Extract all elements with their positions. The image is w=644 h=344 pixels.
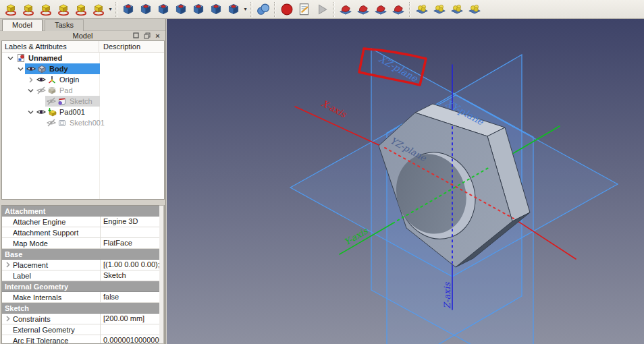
dropdown-caret-icon[interactable]: ▾ [107, 6, 113, 12]
pocket-button[interactable] [119, 1, 137, 18]
visibility-on-icon[interactable] [26, 64, 36, 74]
tree-item-pad[interactable]: Pad [2, 85, 164, 96]
panel-close-button[interactable]: × [154, 32, 161, 39]
property-section-sketch[interactable]: Sketch [2, 303, 164, 314]
property-row-arc-fit-tolerance[interactable]: Arc Fit Tolerance0.0000010000000000 [2, 335, 164, 344]
property-expander-icon[interactable] [2, 261, 13, 268]
subtractive-pipe-button[interactable] [190, 1, 207, 18]
macro-execute-button[interactable] [313, 1, 331, 18]
property-row-placement[interactable]: Placement[(1.00 0.00 0.00); 9... [2, 260, 164, 270]
additive-pipe-button[interactable] [55, 1, 72, 18]
additive-primitive-button[interactable] [90, 1, 107, 18]
subtractive-primitive-button[interactable] [225, 1, 242, 18]
visibility-on-icon[interactable] [36, 107, 46, 117]
property-row-label[interactable]: LabelSketch [2, 270, 164, 281]
property-row-external-geometry[interactable]: External Geometry [2, 324, 164, 335]
property-section-base[interactable]: Base [2, 249, 164, 260]
boolean-cut-button[interactable] [448, 1, 466, 18]
chamfer-button[interactable] [354, 1, 372, 18]
panel-float-button[interactable] [132, 32, 140, 39]
pocket-icon [121, 2, 136, 17]
property-name: Placement [13, 261, 48, 269]
tree-item-sketch001[interactable]: Sketch001 [2, 117, 164, 128]
tree-item-pad001[interactable]: Pad001 [2, 107, 164, 117]
tree-item-content[interactable]: Body [25, 63, 100, 74]
macros-dialog-button[interactable] [296, 1, 313, 18]
macro-record-button[interactable] [278, 1, 296, 18]
tree-item-origin[interactable]: Origin [2, 74, 164, 85]
tree-item-label: Sketch001 [68, 119, 105, 127]
tree-item-unnamed[interactable]: Unnamed [2, 53, 164, 63]
panel-dock-button[interactable] [143, 32, 151, 39]
property-scrollbar[interactable] [159, 205, 164, 344]
property-section-attachment[interactable]: Attachment [2, 206, 164, 217]
visibility-off-icon[interactable] [47, 118, 56, 127]
property-section-internal-geometry[interactable]: Internal Geometry [2, 281, 164, 292]
boolean-cut-icon [450, 2, 464, 17]
draft-button[interactable] [372, 1, 390, 18]
tab-tasks[interactable]: Tasks [45, 19, 84, 31]
pad-button[interactable] [2, 1, 20, 18]
boolean-common-button[interactable] [431, 1, 448, 18]
property-value[interactable]: [200.00 mm] [101, 314, 164, 324]
tree-item-content[interactable]: Origin [35, 74, 100, 85]
boolean-operation-button[interactable] [254, 1, 272, 18]
tree-expander-icon[interactable] [26, 86, 35, 95]
tree-item-sketch[interactable]: Sketch [2, 96, 164, 107]
property-row-map-mode[interactable]: Map ModeFlatFace [2, 238, 164, 249]
property-value[interactable]: Engine 3D [101, 217, 164, 227]
visibility-off-icon[interactable] [47, 96, 56, 106]
subtractive-loft-button[interactable] [172, 1, 190, 18]
tree-expander-icon[interactable] [16, 65, 25, 74]
tab-model[interactable]: Model [2, 19, 43, 31]
hole-icon [138, 2, 153, 17]
groove-button[interactable] [155, 1, 172, 18]
tree-item-label: Body [48, 65, 68, 73]
property-name: Constraints [13, 315, 51, 323]
dropdown-caret-icon[interactable]: ▾ [242, 6, 248, 12]
tree-item-body[interactable]: Body [2, 63, 164, 74]
additive-primitive-icon [91, 2, 106, 17]
revolution-button[interactable] [20, 1, 37, 18]
boolean-union-button[interactable] [413, 1, 431, 18]
property-value[interactable]: [(1.00 0.00 0.00); 9... [101, 260, 164, 270]
toolbar-separator [115, 2, 117, 17]
property-row-make-internals[interactable]: Make Internalsfalse [2, 292, 164, 303]
property-name: External Geometry [13, 326, 75, 334]
subtractive-helix-button[interactable] [207, 1, 225, 18]
thickness-button[interactable] [390, 1, 407, 18]
property-value[interactable]: 0.0000010000000000 [101, 335, 164, 344]
tree-item-label: Unnamed [27, 54, 62, 62]
property-row-attacher-engine[interactable]: Attacher EngineEngine 3D [2, 217, 164, 227]
tree-expander-icon[interactable] [6, 54, 15, 63]
groove-icon [156, 2, 171, 17]
tree-item-content[interactable]: Pad001 [35, 107, 100, 117]
visibility-off-icon[interactable] [36, 86, 46, 95]
property-value[interactable] [101, 324, 164, 335]
hole-button[interactable] [137, 1, 155, 18]
property-value[interactable] [101, 227, 164, 237]
boolean-operation-icon [256, 2, 271, 17]
property-label-cell: External Geometry [2, 324, 101, 335]
tree-item-content[interactable]: Pad [35, 85, 100, 96]
tree-expander-icon[interactable] [26, 108, 35, 117]
property-value[interactable]: FlatFace [101, 238, 164, 248]
tree-expander-icon[interactable] [26, 76, 35, 84]
additive-helix-button[interactable] [72, 1, 90, 18]
property-row-attachment-support[interactable]: Attachment Support [2, 227, 164, 238]
tree-item-content[interactable]: Sketch [45, 96, 100, 107]
property-value[interactable]: false [101, 292, 164, 302]
property-expander-icon[interactable] [2, 315, 13, 322]
additive-loft-button[interactable] [37, 1, 55, 18]
tree-item-content[interactable]: Sketch001 [45, 117, 100, 128]
visibility-on-icon[interactable] [36, 75, 46, 84]
3d-viewport[interactable]: YZ-plane XZ-plane XY-plane X-axis Y-axis… [167, 19, 644, 344]
boolean-compound-button[interactable] [466, 1, 483, 18]
tree-column-description[interactable]: Description [99, 41, 164, 52]
tree-column-labels[interactable]: Labels & Attributes [2, 41, 99, 52]
property-value[interactable]: Sketch [101, 270, 164, 281]
tree-item-content[interactable]: Unnamed [15, 53, 100, 63]
model-tree: Labels & Attributes Description UnnamedB… [1, 40, 165, 200]
property-row-constraints[interactable]: Constraints[200.00 mm] [2, 314, 164, 324]
fillet-button[interactable] [337, 1, 354, 18]
